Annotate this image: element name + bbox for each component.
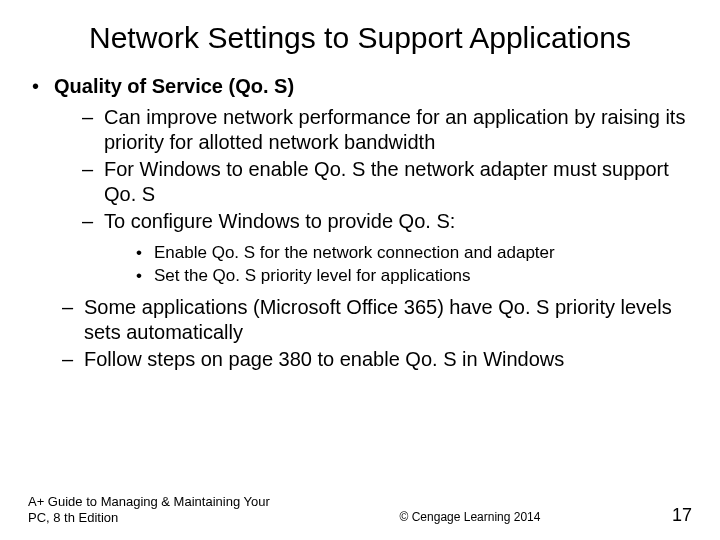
slide-title: Network Settings to Support Applications [0, 0, 720, 56]
sub-bullet: Can improve network performance for an a… [82, 105, 692, 155]
sub-bullet: For Windows to enable Qo. S the network … [82, 157, 692, 207]
tail-bullet: Some applications (Microsoft Office 365)… [62, 295, 692, 345]
subsub-bullet: Set the Qo. S priority level for applica… [136, 265, 692, 286]
sub-bullet-text: To configure Windows to provide Qo. S: [104, 210, 455, 232]
subsub-bullet: Enable Qo. S for the network connection … [136, 242, 692, 263]
slide: Network Settings to Support Applications… [0, 0, 720, 540]
tail-bullet: Follow steps on page 380 to enable Qo. S… [62, 347, 692, 372]
footer-center: © Cengage Learning 2014 [288, 510, 652, 526]
topic-label: Quality of Service (Qo. S) [54, 75, 294, 97]
slide-footer: A+ Guide to Managing & Maintaining Your … [0, 494, 720, 527]
slide-body: Quality of Service (Qo. S) Can improve n… [0, 56, 720, 372]
footer-left: A+ Guide to Managing & Maintaining Your … [28, 494, 288, 527]
sub-bullet: To configure Windows to provide Qo. S: E… [82, 209, 692, 287]
bullet-topic: Quality of Service (Qo. S) Can improve n… [28, 74, 692, 372]
page-number: 17 [652, 505, 692, 526]
